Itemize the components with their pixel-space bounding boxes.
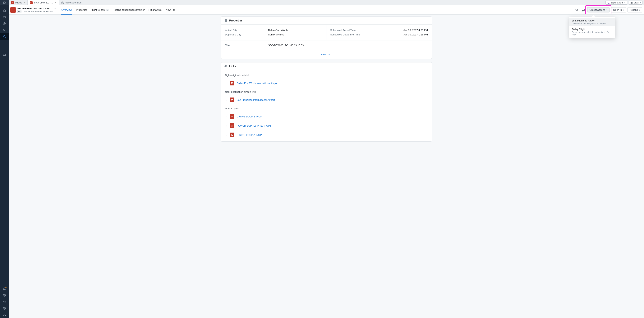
property-row: Scheduled Departure TimeJan 30, 2017 1:1… bbox=[330, 32, 428, 37]
link-text[interactable]: L WING LOOP B INOP bbox=[236, 115, 262, 118]
property-label-title: Title bbox=[225, 44, 268, 47]
property-row: Scheduled Arrival TimeJan 30, 2017 4:35 … bbox=[330, 28, 428, 32]
link-row[interactable]: ›POWER SUPPLY INTERRUPT bbox=[225, 122, 428, 131]
link-row[interactable]: ›San Francisco International Airport bbox=[225, 96, 428, 105]
property-label: Scheduled Arrival Time bbox=[330, 29, 373, 32]
action-delay-flight[interactable]: Delay Flight Delay the scheduled departu… bbox=[569, 26, 615, 37]
breadcrumb-current: Dallas Fort Worth International . bbox=[24, 10, 54, 13]
property-label: Scheduled Departure Time bbox=[330, 33, 373, 36]
tab-current-flight[interactable]: SFO-DFW-2017-... × bbox=[28, 0, 59, 5]
rail-explore[interactable] bbox=[0, 33, 9, 40]
object-tabs: Overview Properties flight-to-pfrs 5 Tes… bbox=[61, 6, 176, 13]
tab-new-tab[interactable]: New Tab bbox=[166, 6, 176, 13]
left-nav-rail: NR bbox=[0, 0, 9, 318]
chevron-right-icon: › bbox=[226, 134, 227, 136]
object-type-icon bbox=[10, 7, 16, 13]
tab-flights[interactable]: Flights × bbox=[9, 0, 28, 5]
rss-icon bbox=[230, 123, 234, 128]
chevron-down-icon: ▾ bbox=[640, 1, 641, 4]
flight-icon bbox=[30, 1, 32, 4]
chevron-down-icon: ▾ bbox=[606, 9, 608, 11]
rss-icon bbox=[230, 114, 234, 119]
rail-history[interactable] bbox=[0, 20, 9, 27]
properties-heading: Properties bbox=[229, 19, 242, 22]
object-title: SFO-DFW-2017-01-30 13:16:... bbox=[17, 7, 52, 10]
object-actions-button[interactable]: Object actions ▾ bbox=[587, 7, 609, 12]
close-icon[interactable]: × bbox=[24, 1, 25, 4]
explorations-icon bbox=[607, 1, 610, 4]
rss-icon bbox=[230, 133, 234, 137]
new-exploration-label: New exploration bbox=[65, 1, 82, 4]
close-icon[interactable]: × bbox=[55, 1, 56, 4]
count-badge: 5 bbox=[106, 9, 109, 11]
header-actions: Object actions ▾ Open in ▾ Actions ▾ bbox=[574, 7, 642, 12]
breadcrumb[interactable]: ••• › Dallas Fort Worth International . bbox=[17, 10, 56, 13]
actions-button[interactable]: Actions ▾ bbox=[628, 7, 642, 12]
flights-icon bbox=[11, 1, 14, 4]
links-icon bbox=[224, 65, 227, 68]
object-actions-dropdown: Link Flights to Airport Link one or more… bbox=[569, 17, 615, 38]
chevron-right-icon: › bbox=[226, 82, 227, 85]
rail-globe[interactable] bbox=[0, 305, 9, 312]
property-row: Departure CitySan Francisco bbox=[225, 32, 322, 37]
links-card: Links flight-origin-airport-link:›Dallas… bbox=[221, 62, 432, 142]
link-text[interactable]: Dallas Fort Worth International Airport bbox=[236, 82, 278, 85]
rail-user-initials[interactable]: NR bbox=[0, 299, 9, 305]
rail-help[interactable] bbox=[0, 292, 9, 299]
chevron-right-icon: › bbox=[226, 98, 227, 101]
link-text[interactable]: POWER SUPPLY INTERRUPT bbox=[236, 124, 271, 127]
link-row[interactable]: ›L WING LOOP B INOP bbox=[225, 113, 428, 122]
refresh-button[interactable] bbox=[574, 7, 579, 12]
link-text[interactable]: L WING LOOP A INOP bbox=[236, 134, 262, 136]
pin-icon bbox=[230, 81, 234, 85]
link-row[interactable]: ›Dallas Fort Worth International Airport bbox=[225, 79, 428, 88]
property-value: San Francisco bbox=[268, 33, 284, 36]
favorite-star-icon[interactable]: ☆ bbox=[54, 7, 56, 10]
breadcrumb-menu[interactable]: ••• bbox=[17, 10, 22, 13]
tab-flight-to-pfrs[interactable]: flight-to-pfrs 5 bbox=[92, 6, 109, 13]
link-row[interactable]: ›L WING LOOP A INOP bbox=[225, 131, 428, 140]
lists-button[interactable]: Lists ▾ bbox=[629, 0, 642, 4]
rail-search[interactable] bbox=[0, 27, 9, 33]
pin-icon bbox=[230, 97, 234, 102]
properties-icon bbox=[224, 19, 227, 22]
link-text[interactable]: San Francisco International Airport bbox=[236, 98, 275, 101]
property-label: Arrival City bbox=[225, 29, 268, 32]
object-header: SFO-DFW-2017-01-30 13:16:... ☆ ••• › Dal… bbox=[9, 5, 644, 14]
rail-home[interactable] bbox=[0, 7, 9, 14]
link-group-label: flight-origin-airport-link: bbox=[225, 74, 428, 77]
link-group-label: flight-destination-airport-link: bbox=[225, 90, 428, 93]
property-value-title: SFO-DFW-2017-01-30 13:16:03 bbox=[268, 44, 304, 47]
links-heading: Links bbox=[229, 65, 236, 68]
lists-icon bbox=[630, 1, 633, 4]
property-label: Departure City bbox=[225, 33, 268, 36]
document-tabs: Flights × SFO-DFW-2017-... × New explora… bbox=[9, 0, 644, 5]
chevron-right-icon: › bbox=[226, 115, 227, 118]
properties-card: Properties Arrival CityDallas-Fort Worth… bbox=[221, 16, 432, 59]
rail-notifications[interactable] bbox=[0, 286, 9, 292]
chevron-down-icon: ▾ bbox=[623, 9, 624, 11]
rail-shuffle[interactable] bbox=[0, 312, 9, 318]
open-in-button[interactable]: Open in ▾ bbox=[611, 7, 626, 12]
new-exploration-tab[interactable]: New exploration bbox=[59, 0, 84, 5]
content-scroll[interactable]: Properties Arrival CityDallas-Fort Worth… bbox=[9, 14, 644, 318]
property-value: Dallas-Fort Worth bbox=[268, 29, 288, 32]
chevron-down-icon: ▾ bbox=[639, 9, 640, 11]
comments-button[interactable] bbox=[581, 7, 586, 12]
link-group-label: flight-to-pfrs: bbox=[225, 107, 428, 110]
rail-folder[interactable] bbox=[0, 14, 9, 20]
rail-collapse-button[interactable] bbox=[0, 0, 9, 5]
property-value: Jan 30, 2017 1:16 PM bbox=[373, 33, 428, 36]
explorations-button[interactable]: Explorations ▾ bbox=[606, 0, 627, 4]
chevron-down-icon: ▾ bbox=[624, 1, 626, 4]
tab-overview[interactable]: Overview bbox=[61, 6, 72, 13]
view-all-link[interactable]: View all... bbox=[221, 50, 432, 59]
rail-folder-2[interactable] bbox=[0, 51, 9, 58]
tab-current-label: SFO-DFW-2017-... bbox=[34, 1, 53, 4]
tab-properties[interactable]: Properties bbox=[76, 6, 87, 13]
property-row: Arrival CityDallas-Fort Worth bbox=[225, 28, 322, 32]
action-link-flights-to-airport[interactable]: Link Flights to Airport Link one or more… bbox=[569, 18, 615, 26]
tab-testing-conditional[interactable]: Testing conditional container - PFR anal… bbox=[113, 6, 162, 13]
plus-icon bbox=[61, 1, 64, 4]
property-value: Jan 30, 2017 4:35 PM bbox=[373, 29, 428, 32]
